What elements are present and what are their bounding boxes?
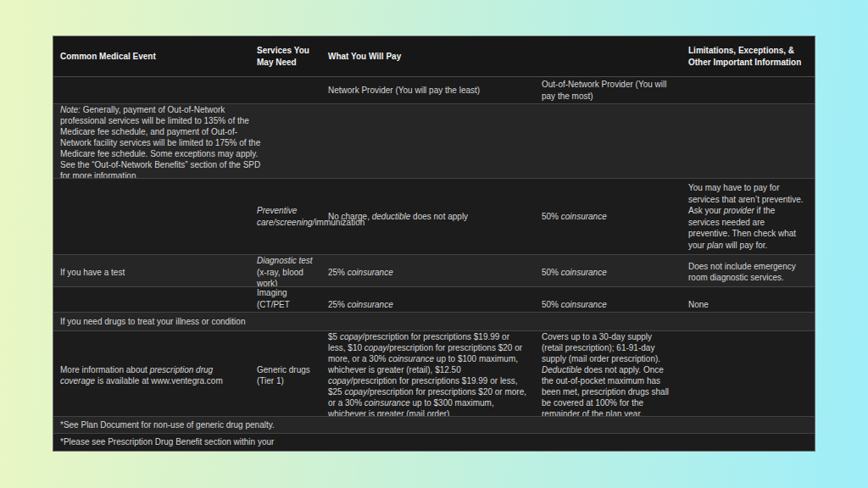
generic-drugs-row: More information about prescription drug… (53, 331, 815, 417)
header-services-you-may-need: Services You May Need (250, 45, 321, 68)
imaging-limitations-cell: None (682, 299, 815, 311)
drug-section-header: If you need drugs to treat your illness … (53, 316, 815, 328)
imaging-service-cell: Imaging (CT/PET scans, MRIs) (250, 287, 321, 313)
network-provider-column-label: Network Provider (You will pay the least… (321, 85, 535, 97)
drug-coverage-info-cell: More information about prescription drug… (53, 364, 250, 387)
footnote-prescription-benefit: *Please see Prescription Drug Benefit se… (53, 436, 815, 448)
diagnostic-service-cell: Diagnostic test (x-ray, blood work) (250, 255, 321, 287)
generic-drugs-network-cost-cell: $5 copay/prescription for prescriptions … (321, 331, 535, 417)
generic-drugs-oon-coverage-cell: Covers up to a 30-day supply (retail pre… (535, 331, 682, 417)
preventive-limitations-cell: You may have to pay for services that ar… (682, 182, 815, 251)
preventive-care-row: Preventive care/screening/immunization N… (53, 179, 815, 255)
preventive-service-cell: Preventive care/screening/immunization (250, 205, 321, 228)
imaging-row: Imaging (CT/PET scans, MRIs) 25% coinsur… (53, 287, 815, 313)
out-of-network-note-row: Note: Generally, payment of Out-of-Netwo… (53, 104, 815, 179)
diagnostic-limitations-cell: Does not include emergency room diagnost… (682, 261, 815, 284)
drug-section-header-row: If you need drugs to treat your illness … (53, 313, 815, 331)
preventive-oon-cost-cell: 50% coinsurance (535, 211, 682, 223)
event-if-you-have-a-test: If you have a test (53, 267, 250, 279)
out-of-network-note: Note: Generally, payment of Out-of-Netwo… (60, 104, 262, 179)
preventive-network-cost-cell: No charge, deductible does not apply (321, 211, 535, 223)
provider-columns-row: Network Provider (You will pay the least… (53, 77, 815, 104)
table-header-row: Common Medical Event Services You May Ne… (53, 36, 815, 77)
header-limitations-exceptions: Limitations, Exceptions, & Other Importa… (682, 45, 815, 68)
imaging-oon-cost-cell: 50% coinsurance (535, 299, 682, 311)
diagnostic-test-row: If you have a test Diagnostic test (x-ra… (53, 255, 815, 287)
header-common-medical-event: Common Medical Event (53, 51, 250, 63)
benefits-summary-table: Common Medical Event Services You May Ne… (53, 36, 815, 452)
imaging-network-cost-cell: 25% coinsurance (321, 299, 535, 311)
diagnostic-network-cost-cell: 25% coinsurance (321, 267, 535, 279)
footnote-row-prescription-benefit: *Please see Prescription Drug Benefit se… (53, 434, 815, 451)
footnote-row-generic-penalty: *See Plan Document for non-use of generi… (53, 417, 815, 434)
generic-drugs-service-cell: Generic drugs (Tier 1) (250, 364, 321, 387)
footnote-generic-penalty: *See Plan Document for non-use of generi… (53, 419, 815, 431)
diagnostic-oon-cost-cell: 50% coinsurance (535, 267, 682, 279)
header-what-you-will-pay: What You Will Pay (321, 51, 682, 63)
out-of-network-provider-column-label: Out-of-Network Provider (You will pay th… (535, 79, 682, 102)
